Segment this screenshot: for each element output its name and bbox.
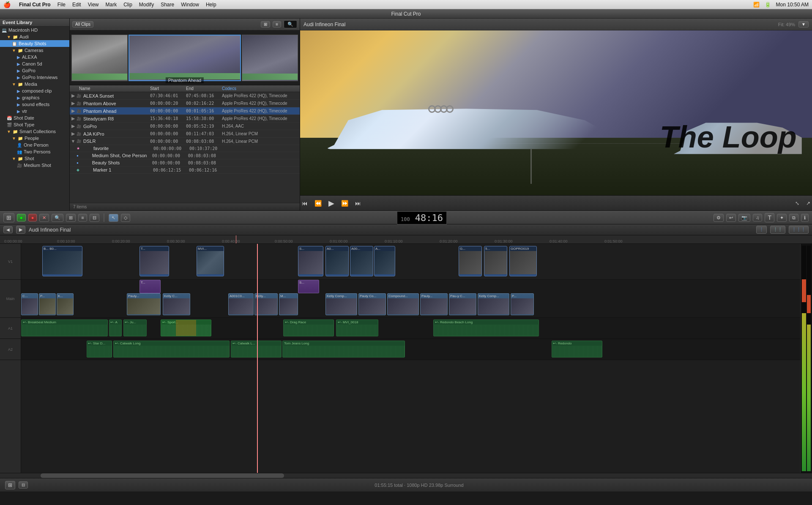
viewer-fit-btn[interactable]: ▼ [798, 21, 809, 27]
expand-btn-6[interactable]: ▶ [70, 131, 77, 136]
clip-row-medium-shot-one-person[interactable]: ● Medium Shot, One Person 00:00:00:00 00… [70, 152, 300, 159]
main-clip-kelly1[interactable]: Kelly C... [163, 293, 190, 315]
audio-clip-a[interactable]: ↩- A [109, 319, 122, 336]
sidebar-item-sound[interactable]: ▶ sound effects [0, 101, 69, 108]
audio-clip-ju[interactable]: ↩- Ju... [123, 319, 147, 336]
main-clip-c[interactable]: C... [21, 293, 38, 315]
tl-view-btn2[interactable]: ≡ [78, 214, 87, 221]
clip-row-steadycam[interactable]: ▶ 🎥 Steadycam R8 15:36:40:18 15:58:38:00… [70, 115, 300, 123]
tl-title-btn[interactable]: T [765, 213, 774, 222]
timeline-scrollbar[interactable] [0, 473, 812, 478]
clip-row-beauty-shots-sub[interactable]: ● Beauty Shots 00:00:00:00 00:08:03:08 [70, 159, 300, 167]
tl-btn-red[interactable]: ● [28, 214, 37, 221]
tl-auto-btn[interactable]: ⋮⋮ [770, 226, 785, 234]
fullscreen-btn[interactable]: ⤡ [793, 199, 801, 207]
audio-clip-redondo2[interactable]: ↩- Redondo [552, 341, 602, 358]
search-box[interactable]: 🔍 [284, 20, 297, 28]
sidebar-item-audi[interactable]: ▼ 📁 Audi [0, 33, 69, 40]
main-clip-pauyc[interactable]: Pau-y C... [449, 293, 476, 315]
menu-help[interactable]: Help [206, 2, 216, 8]
clip-row-phantom-above[interactable]: ▶ 🎥 Phantom Above 00:00:00:20 00:02:16:2… [70, 100, 300, 107]
tl-clip-height-btn[interactable]: ⋮⋮⋮ [789, 226, 809, 234]
sidebar-item-smart-collections[interactable]: ▼ 📁 Smart Collections [0, 128, 69, 135]
main-clip-k[interactable]: K... [57, 293, 74, 315]
fast-forward-btn[interactable]: ⏩ [339, 199, 350, 207]
sidebar-item-medium-shot[interactable]: 🎥 Medium Shot [0, 162, 69, 169]
tl-view-btn1[interactable]: ⊞ [66, 214, 76, 222]
audio-clip-catwalk2[interactable]: ↩- Catwalk L... [231, 341, 282, 358]
menu-file[interactable]: File [57, 2, 66, 8]
tl-btn-green[interactable]: ● [17, 214, 26, 221]
tl-undo-btn[interactable]: ↩ [726, 214, 736, 222]
clip-row-gopro[interactable]: ▶ 🎥 GoPro 00:00:00:00 00:05:52:19 H.264,… [70, 123, 300, 130]
sidebar-item-two-persons[interactable]: 👥 Two Persons [0, 148, 69, 155]
sidebar-item-composed[interactable]: ▶ composed clip [0, 87, 69, 94]
clip-row-phantom-ahead[interactable]: ▶ 🎥 Phantom Ahead 00:00:00:00 00:01:05:1… [70, 107, 300, 115]
far-clip-3[interactable]: GOPRO019 [509, 246, 537, 276]
tl-play-btn[interactable]: ▶ [16, 226, 25, 234]
main-clip-kelly2[interactable]: Kelly... [254, 293, 278, 315]
expand-btn-2[interactable]: ▶ [70, 101, 77, 106]
clip-row-aja[interactable]: ▶ 🎥 AJA KiPro 00:00:00:00 00:11:47:03 H.… [70, 130, 300, 138]
play-btn[interactable]: ▶ [327, 198, 336, 209]
menu-modify[interactable]: Modify [139, 2, 154, 8]
clip-row-marker-1[interactable]: ◆ Marker 1 00:06:12:15 00:06:12:16 [70, 167, 300, 174]
sidebar-item-shot-date[interactable]: 📅 Shot Date [0, 115, 69, 121]
tl-photo-btn[interactable]: 📷 [738, 214, 750, 222]
menu-fcp[interactable]: Final Cut Pro [19, 2, 51, 8]
sidebar-item-vtr[interactable]: ▶ vtr [0, 108, 69, 115]
sidebar-item-gopro[interactable]: ▶ GoPro [0, 67, 69, 74]
menu-mark[interactable]: Mark [106, 2, 117, 8]
tl-btn-1[interactable]: ⊞ [3, 213, 14, 222]
sidebar-item-macintosh-hd[interactable]: 💻 Macintosh HD [0, 27, 69, 33]
main-clip-a001[interactable]: A001C0... [228, 293, 254, 315]
sidebar-item-media[interactable]: ▼ 📁 Media [0, 81, 69, 87]
audio-clip-drag-race[interactable]: ↩- Drag Race [283, 319, 334, 336]
statusbar-btn-2[interactable]: ⊟ [19, 481, 28, 489]
expand-btn-7[interactable]: ▼ [70, 139, 77, 144]
purple-clip-2[interactable]: S... [298, 280, 319, 293]
clip-row-dslr[interactable]: ▼ 🎥 DSLR 00:00:00:00 00:08:03:08 H.264, … [70, 138, 300, 145]
all-clips-dropdown[interactable]: All Clips [72, 21, 93, 27]
main-clip-pauly1[interactable]: Pauly... [127, 293, 161, 315]
audio-clip-breakbeat[interactable]: ↩- Breakbeat Medium [21, 319, 108, 336]
audio-clip-sport[interactable]: ↩- Sport... [161, 319, 211, 336]
next-clip-btn[interactable]: ⏭ [353, 199, 363, 207]
audio-clip-torn-jeans[interactable]: Torn Jeans Long [282, 341, 405, 358]
tl-back-btn[interactable]: ◀ [3, 226, 13, 233]
apple-menu[interactable]: 🍎 [3, 1, 11, 8]
sidebar-item-alexa[interactable]: ▶ ALEXA [0, 54, 69, 60]
main-clip-m[interactable]: M... [279, 293, 298, 315]
sidebar-item-people[interactable]: ▼ 📁 People [0, 135, 69, 142]
expand-btn[interactable]: ▶ [70, 93, 77, 98]
tl-audio-btn[interactable]: ♫ [753, 214, 762, 221]
timeline-scrollbar-thumb[interactable] [41, 473, 284, 478]
menu-view[interactable]: View [88, 2, 99, 8]
tl-search-btn[interactable]: 🔍 [52, 214, 63, 222]
expand-btn-viewer[interactable]: ↗ [804, 199, 812, 207]
connected-clip-1[interactable]: T... [139, 246, 169, 276]
a00-clip-1[interactable]: A0... [325, 246, 349, 276]
main-clip-p-far[interactable]: P... [511, 293, 534, 315]
tl-settings-btn[interactable]: ⚙ [714, 214, 724, 222]
broll-clip-2[interactable]: MVI... [197, 246, 224, 276]
expand-btn-4[interactable]: ▶ [70, 116, 77, 121]
expand-btn-5[interactable]: ▶ [70, 123, 77, 129]
menu-window[interactable]: Window [181, 2, 199, 8]
audio-clip-catwalk[interactable]: ↩- Catwalk Long [113, 341, 230, 358]
a00-clip-2[interactable]: A00... [350, 246, 373, 276]
purple-clip-1[interactable]: T... [139, 280, 161, 293]
clip-row-alexa-sunset[interactable]: ▶ 🎥 ALEXA Sunset 07:30:46:01 07:45:08:16… [70, 92, 300, 100]
list-view-btn[interactable]: ≡ [273, 21, 281, 27]
audio-clip-mvi0018[interactable]: ↩- MVI_0018 [336, 319, 378, 336]
tl-btn-x[interactable]: ✕ [39, 214, 49, 222]
filmstrip-clip-3[interactable] [242, 35, 298, 81]
audio-clip-star-d[interactable]: ↩- Star D... [87, 341, 112, 358]
main-clip-paulyco[interactable]: Pauly Co... [358, 293, 386, 315]
sidebar-item-graphics[interactable]: ▶ graphics [0, 94, 69, 101]
main-clip-compound[interactable]: Compound... [387, 293, 419, 315]
tl-tool-select[interactable]: ↖ [109, 214, 118, 222]
connected-clip-2[interactable]: S... [298, 246, 323, 276]
far-clip-1[interactable]: G... [459, 246, 482, 276]
main-clip-kellycomp2[interactable]: Kelly Comp... [478, 293, 509, 315]
